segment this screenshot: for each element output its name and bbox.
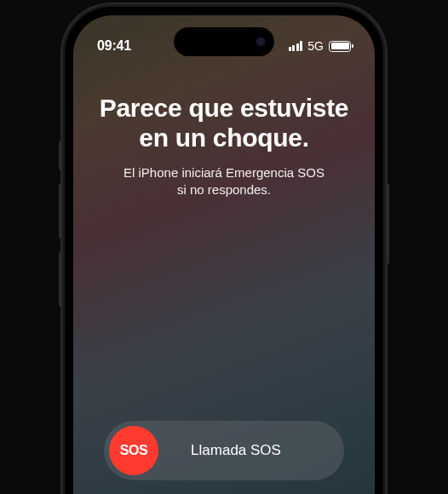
status-time: 09:41 [97,38,131,54]
alert-subtitle-line1: El iPhone iniciará Emergencia SOS [123,165,325,180]
network-type-label: 5G [307,39,324,53]
phone-bezel: 09:41 5G Parece que est [65,7,383,494]
alert-subtitle-line2: si no respondes. [177,182,271,197]
crash-alert-content: Parece que estuviste en un choque. El iP… [73,94,375,199]
sos-icon-text: SOS [120,443,147,458]
sos-slider-handle[interactable]: SOS [109,426,158,475]
volume-button [59,251,62,307]
sos-slider-label: Llamada SOS [158,442,339,459]
phone-screen: 09:41 5G Parece que est [73,15,375,494]
alert-subtitle: El iPhone iniciará Emergencia SOS si no … [90,164,358,199]
battery-icon [329,41,351,52]
alert-title: Parece que estuviste en un choque. [90,94,358,152]
sos-call-slider[interactable]: SOS Llamada SOS [104,421,344,480]
alert-title-line1: Parece que estuviste [100,94,349,122]
front-camera-icon [256,37,266,47]
alert-title-line2: en un choque. [139,124,308,152]
dynamic-island [174,27,274,56]
cellular-signal-icon [289,41,303,51]
phone-device-frame: 09:41 5G Parece que est [62,4,386,494]
status-indicators: 5G [289,39,351,53]
side-button [386,183,389,264]
